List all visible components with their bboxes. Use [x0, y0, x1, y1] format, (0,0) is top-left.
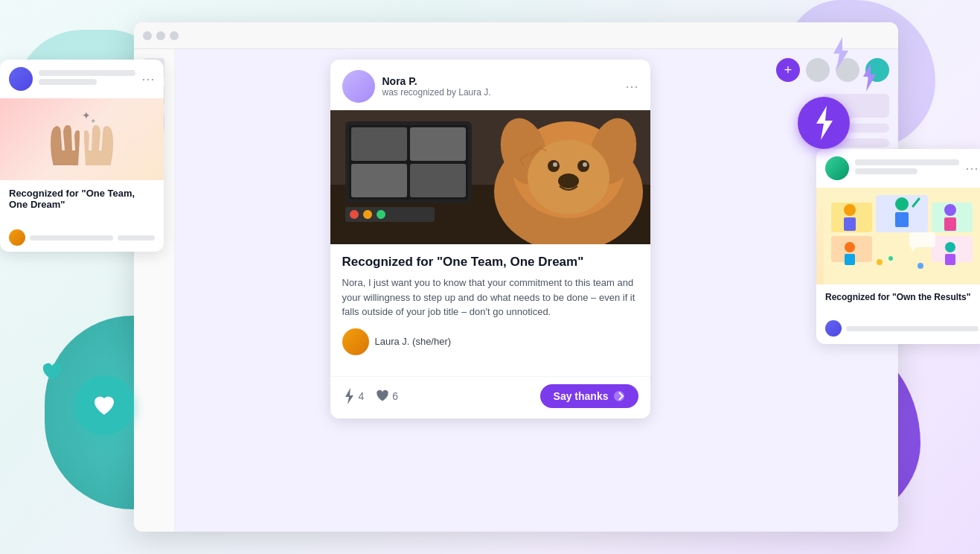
right-card-avatar	[825, 156, 849, 180]
svg-rect-7	[351, 127, 407, 161]
topbar-avatar-1	[806, 58, 830, 82]
svg-rect-8	[410, 127, 466, 161]
small-heart-icon	[41, 360, 63, 383]
main-card-subtitle: was recognized by Laura J.	[382, 87, 618, 98]
lightning-small-2-icon	[859, 63, 880, 95]
left-recognition-card: ⋯ ✦ ✦ Recognized for "One Team, One Drea…	[0, 60, 164, 252]
recognizer-name: Laura J. (she/her)	[375, 336, 452, 347]
recognizer-avatar	[342, 328, 369, 355]
svg-marker-2	[816, 106, 833, 140]
svg-point-44	[877, 259, 883, 265]
main-recognition-card: Nora P. was recognized by Laura J. ⋯	[330, 60, 650, 418]
left-card-image: ✦ ✦	[0, 98, 164, 180]
left-card-body: Recognized for "One Team, One Dream"	[0, 180, 164, 223]
browser-dot-1	[143, 31, 152, 40]
svg-rect-9	[351, 164, 407, 197]
svg-point-41	[945, 242, 955, 252]
left-card-title: Recognized for "One Team, One Dream"	[9, 188, 155, 210]
left-header-lines	[39, 70, 135, 88]
left-footer-line-2	[118, 235, 155, 241]
dog-illustration	[330, 110, 650, 244]
left-card-more-icon[interactable]: ⋯	[141, 71, 155, 87]
browser-titlebar	[134, 22, 898, 49]
main-card-recognizer: Laura J. (she/her)	[342, 328, 638, 355]
right-recognition-card: ⋯	[816, 149, 980, 344]
right-card-title: Recognized for "Own the Results"	[825, 292, 979, 302]
right-line-2	[855, 168, 917, 174]
svg-rect-34	[844, 217, 856, 231]
main-card-description: Nora, I just want you to know that your …	[342, 276, 638, 319]
left-footer-avatar	[9, 229, 25, 246]
lightning-small-1-icon	[827, 37, 854, 74]
svg-point-24	[377, 210, 385, 219]
dog-background	[330, 110, 650, 244]
browser-dot-3	[170, 31, 179, 40]
right-card-body: Recognized for "Own the Results"	[816, 284, 980, 316]
team-svg	[824, 188, 980, 284]
svg-rect-40	[845, 254, 855, 265]
main-card-header-text: Nora P. was recognized by Laura J.	[382, 75, 618, 98]
main-card-footer: 4 6 Say thanks	[330, 376, 650, 418]
hand-left-icon	[42, 113, 80, 173]
left-line-2	[39, 79, 97, 85]
svg-rect-42	[945, 254, 955, 265]
svg-marker-25	[345, 388, 353, 404]
left-line-1	[39, 70, 135, 76]
svg-point-45	[888, 256, 893, 261]
right-card-image	[816, 188, 980, 284]
svg-point-23	[363, 210, 372, 219]
main-card-person-name: Nora P.	[382, 75, 618, 87]
main-card-image	[330, 110, 650, 244]
svg-point-39	[845, 242, 855, 252]
svg-point-46	[917, 263, 923, 269]
right-footer-avatar	[825, 320, 842, 337]
svg-point-35	[895, 197, 909, 211]
svg-rect-10	[410, 164, 466, 197]
main-card-body: Recognized for "One Team, One Dream" Nor…	[330, 244, 650, 376]
svg-point-19	[583, 162, 587, 167]
svg-marker-0	[833, 37, 848, 71]
left-card-avatar	[9, 67, 33, 91]
bolt-reaction[interactable]: 4	[342, 388, 365, 404]
bolt-icon	[342, 388, 356, 404]
main-card-avatar-img	[342, 70, 375, 103]
right-card-more-icon[interactable]: ⋯	[965, 160, 979, 176]
right-card-footer	[816, 316, 980, 344]
heart-reaction[interactable]: 6	[376, 389, 398, 403]
svg-marker-1	[863, 63, 876, 92]
svg-point-20	[558, 173, 579, 188]
heart-count: 6	[392, 390, 398, 402]
right-header-lines	[855, 159, 959, 177]
main-card-title: Recognized for "One Team, One Dream"	[342, 255, 638, 270]
svg-point-33	[844, 204, 856, 216]
right-card-header: ⋯	[816, 149, 980, 188]
svg-rect-43	[909, 232, 935, 247]
say-thanks-button[interactable]: Say thanks	[540, 384, 638, 408]
say-thanks-label: Say thanks	[554, 390, 609, 402]
left-footer-line-1	[30, 235, 113, 241]
scene: +	[0, 0, 980, 554]
heart-icon	[376, 389, 389, 403]
left-card-footer	[0, 223, 164, 252]
bolt-count: 4	[359, 390, 365, 402]
svg-rect-38	[944, 217, 956, 231]
svg-point-18	[553, 162, 557, 167]
lightning-circle-icon	[798, 97, 850, 149]
browser-dot-2	[156, 31, 165, 40]
svg-point-37	[944, 204, 956, 216]
topbar-plus-button[interactable]: +	[776, 58, 800, 82]
main-card-avatar	[342, 70, 375, 103]
svg-rect-36	[895, 212, 909, 227]
right-line-1	[855, 159, 959, 165]
team-illustration	[816, 188, 980, 284]
say-thanks-icon	[613, 390, 625, 402]
main-card-more-icon[interactable]: ⋯	[625, 78, 638, 95]
left-card-header: ⋯	[0, 60, 164, 98]
main-card-header: Nora P. was recognized by Laura J. ⋯	[330, 60, 650, 110]
heart-circle-icon	[74, 375, 134, 435]
right-footer-line	[846, 326, 979, 331]
svg-point-22	[350, 210, 359, 219]
